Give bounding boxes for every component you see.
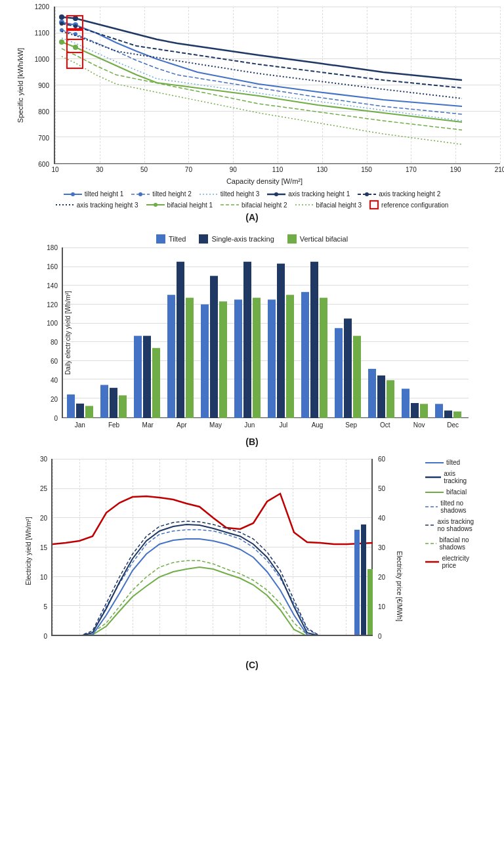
svg-rect-38 [186, 298, 194, 418]
month-apr: Apr [165, 421, 199, 429]
chart-b-section: Tilted Single-axis tracking Vertical bif… [13, 234, 491, 452]
legend-bifacial-box [287, 234, 297, 244]
svg-point-6 [60, 22, 64, 26]
svg-rect-46 [277, 264, 285, 418]
svg-rect-53 [353, 336, 361, 418]
svg-rect-57 [402, 389, 410, 418]
svg-rect-50 [320, 298, 327, 418]
legend-axis-h1: axis tracking height 1 [288, 190, 350, 198]
svg-rect-28 [76, 404, 84, 418]
chart-c-section: 30 25 20 15 10 5 0 Electricity yield [Wh… [13, 459, 491, 675]
svg-rect-45 [268, 299, 276, 418]
svg-rect-55 [377, 375, 385, 418]
svg-rect-58 [411, 403, 419, 418]
svg-rect-30 [100, 385, 108, 418]
svg-point-21 [365, 192, 369, 196]
legend-ref: reference configuration [381, 202, 448, 209]
svg-point-19 [274, 192, 278, 196]
month-dec: Dec [436, 421, 470, 429]
svg-rect-52 [344, 318, 352, 418]
svg-rect-49 [310, 262, 318, 418]
svg-rect-43 [243, 262, 251, 418]
legend-tilted-label: Tilted [169, 235, 186, 243]
month-feb: Feb [97, 421, 131, 429]
page: Specific yield [kWh/kW] 1200 1100 1000 9… [0, 0, 504, 689]
svg-rect-51 [335, 328, 343, 418]
svg-point-4 [59, 14, 64, 20]
svg-rect-60 [435, 404, 443, 418]
svg-point-5 [73, 16, 78, 21]
chart-c-title: (C) [245, 660, 258, 670]
legend-c-bifacial-ns: bifacial no shadows [439, 536, 475, 551]
legend-bifacial-h2: bifacial height 2 [242, 202, 287, 209]
legend-c-tilted-ns: tilted no shadows [440, 500, 475, 514]
svg-rect-33 [134, 336, 142, 418]
svg-rect-32 [119, 395, 127, 418]
chart-b-legend: Tilted Single-axis tracking Vertical bif… [156, 234, 348, 244]
svg-rect-65 [368, 569, 373, 636]
legend-tilted-box [156, 234, 165, 244]
month-jul: Jul [266, 421, 301, 429]
svg-rect-62 [453, 412, 461, 418]
svg-rect-31 [110, 388, 117, 418]
month-jan: Jan [63, 421, 97, 429]
chart-c-ylabel-left: Electricity yield [Wh/m²] [25, 517, 32, 586]
svg-point-16 [138, 192, 142, 196]
svg-rect-39 [201, 305, 209, 418]
svg-rect-48 [301, 292, 309, 418]
month-sep: Sep [334, 421, 368, 429]
month-may: May [199, 421, 233, 429]
month-aug: Aug [301, 421, 335, 429]
svg-rect-27 [67, 395, 75, 418]
legend-c-tilted: tilted [446, 459, 460, 466]
legend-axis-h3: axis tracking height 3 [77, 202, 138, 209]
legend-c-axis: axis tracking [444, 470, 475, 484]
svg-point-8 [59, 39, 64, 45]
svg-rect-37 [177, 262, 184, 418]
chart-b-title: (B) [245, 437, 258, 447]
legend-c-axis-ns: axis tracking no shadows [437, 518, 475, 532]
legend-tracking-box [199, 234, 208, 244]
svg-rect-56 [387, 380, 394, 418]
svg-rect-59 [420, 404, 428, 418]
legend-tilted-h2: tilted height 2 [152, 190, 192, 198]
svg-rect-44 [253, 298, 261, 418]
chart-a-xlabel: Capacity density [W/m²] [61, 177, 468, 185]
svg-rect-40 [210, 276, 218, 418]
chart-b-plot: Jan Feb Mar Apr May Jun Jul Aug Sep Oct … [62, 247, 469, 418]
chart-c-legend: tilted axis tracking bifacial tilted no … [425, 459, 475, 636]
legend-c-price: electricity price [442, 555, 475, 569]
legend-c-bifacial: bifacial [446, 488, 467, 496]
svg-point-24 [154, 203, 158, 207]
svg-point-14 [71, 192, 75, 196]
legend-bifacial-h1: bifacial height 1 [167, 202, 213, 209]
legend-tracking-label: Single-axis tracking [211, 235, 274, 243]
svg-rect-54 [368, 369, 376, 418]
svg-rect-47 [286, 295, 294, 418]
month-nov: Nov [402, 421, 436, 429]
svg-rect-64 [361, 524, 366, 636]
svg-rect-61 [444, 410, 452, 418]
svg-point-9 [73, 45, 78, 50]
svg-rect-34 [143, 336, 151, 418]
month-jun: Jun [232, 421, 266, 429]
svg-rect-35 [152, 348, 160, 418]
svg-point-7 [74, 24, 77, 28]
chart-c-ylabel-right: Electricity price [€/MWh] [396, 551, 403, 622]
month-oct: Oct [368, 421, 402, 429]
svg-rect-12 [67, 39, 83, 68]
legend-bifacial-label: Vertical bifacial [300, 235, 348, 243]
month-mar: Mar [131, 421, 165, 429]
chart-a-section: Specific yield [kWh/kW] 1200 1100 1000 9… [13, 7, 491, 228]
svg-rect-29 [85, 406, 93, 418]
legend-axis-h2: axis tracking height 2 [379, 190, 440, 198]
svg-rect-63 [354, 530, 360, 636]
legend-tilted-h1: tilted height 1 [85, 190, 124, 198]
chart-c-plot: 00:00 02:00 04:00 06:00 08:00 10:00 12:0… [51, 459, 373, 636]
chart-a-title: (A) [245, 212, 258, 223]
chart-a-legend: tilted height 1 tilted height 2 tilted h… [29, 190, 475, 209]
svg-rect-41 [219, 301, 227, 418]
svg-rect-42 [234, 299, 242, 418]
legend-tilted-h3: tilted height 3 [220, 190, 260, 198]
legend-bifacial-h3: bifacial height 3 [316, 202, 362, 209]
